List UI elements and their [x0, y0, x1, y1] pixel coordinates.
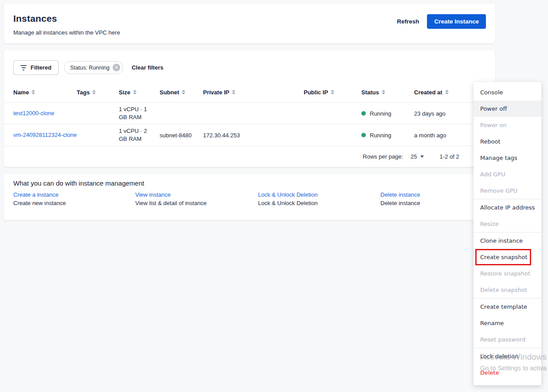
private-ip-cell: 172.30.44.253	[203, 132, 304, 139]
help-link-desc: Lock & Unlock Deletion	[258, 199, 317, 207]
column-header-size[interactable]: Size	[119, 89, 160, 96]
help-link-desc: View list & detail of instance	[135, 199, 207, 207]
help-link[interactable]: Delete instance	[380, 191, 420, 198]
sort-icon	[232, 90, 235, 94]
instance-actions-menu: Console Power off Power on Reboot Manage…	[474, 82, 541, 385]
instances-header-card: Instances Manage all instances within th…	[4, 4, 495, 43]
menu-item-reboot[interactable]: Reboot	[474, 133, 541, 150]
size-cell: 1 vCPU · 1 GB RAM	[119, 105, 160, 121]
instance-link[interactable]: vm-240928112324-clone	[13, 131, 77, 139]
menu-item-allocate-ip[interactable]: Allocate IP address	[474, 199, 541, 216]
menu-item-manage-tags[interactable]: Manage tags	[474, 150, 541, 166]
size-cell: 1 vCPU · 2 GB RAM	[119, 127, 160, 143]
clear-filters-button[interactable]: Clear filters	[132, 64, 164, 71]
help-link[interactable]: Lock & Unlock Deletion	[258, 191, 317, 198]
menu-item-delete[interactable]: Delete	[474, 365, 541, 381]
sort-icon	[182, 90, 185, 94]
rows-per-page-select[interactable]: 25	[411, 153, 423, 160]
page-subtitle: Manage all instances within the VPC here	[13, 29, 120, 36]
create-instance-button[interactable]: Create Instance	[427, 14, 486, 29]
help-link-desc: Create new instance	[13, 199, 66, 207]
menu-item-create-snapshot[interactable]: Create snapshot	[474, 249, 541, 265]
running-status-icon	[361, 133, 366, 137]
menu-item-power-on: Power on	[474, 117, 541, 133]
menu-group-network: Allocate IP address Resize	[474, 199, 541, 232]
sort-icon	[445, 90, 449, 94]
filter-button-label: Filtered	[31, 64, 51, 71]
remove-filter-icon[interactable]: ✕	[113, 64, 120, 71]
help-title: What you can do with instance management	[13, 179, 144, 187]
status-cell: Running	[361, 132, 414, 139]
sort-icon	[331, 90, 334, 94]
chevron-down-icon	[420, 155, 424, 158]
instance-name-cell: test12000-clone	[13, 109, 77, 117]
menu-item-lock-deletion[interactable]: Lock deletion	[474, 348, 541, 365]
menu-item-rename[interactable]: Rename	[474, 315, 541, 331]
menu-item-reset-password: Reset password	[474, 331, 541, 348]
sort-icon	[31, 90, 35, 94]
running-status-icon	[361, 111, 366, 116]
menu-item-power-off[interactable]: Power off	[474, 101, 541, 117]
status-filter-chip-label: Status: Running	[70, 65, 110, 71]
pagination-range: 1-2 of 2	[440, 153, 459, 160]
menu-item-clone-instance[interactable]: Clone instance	[474, 233, 541, 249]
menu-item-create-template[interactable]: Create template	[474, 299, 541, 315]
menu-item-resize: Resize	[474, 216, 541, 232]
help-link-create-instance: Create a instance Create new instance	[13, 190, 66, 207]
help-link-view-instance: View instance View list & detail of inst…	[135, 190, 207, 207]
help-link-lock-unlock: Lock & Unlock Deletion Lock & Unlock Del…	[258, 190, 317, 207]
menu-group-delete: Lock deletion Delete	[474, 348, 541, 381]
header-actions: Refresh Create Instance	[397, 14, 486, 29]
menu-item-remove-gpu: Remove GPU	[474, 182, 541, 199]
instance-name-cell: vm-240928112324-clone	[13, 131, 77, 139]
sort-icon	[133, 90, 137, 94]
column-header-public-ip[interactable]: Public IP	[304, 89, 361, 96]
refresh-button[interactable]: Refresh	[397, 18, 419, 25]
column-header-subnet[interactable]: Subnet	[160, 89, 203, 96]
help-link[interactable]: View instance	[135, 191, 171, 198]
menu-item-console[interactable]: Console	[474, 84, 541, 101]
subnet-cell: subnet-8480	[160, 132, 203, 139]
rows-per-page-label: Rows per page:	[363, 153, 403, 160]
filter-button[interactable]: Filtered	[13, 60, 59, 75]
help-link-delete-instance: Delete instance Delete instance	[380, 190, 420, 207]
instance-link[interactable]: test12000-clone	[13, 109, 77, 117]
sort-icon	[92, 90, 96, 94]
help-link[interactable]: Create a instance	[13, 191, 59, 198]
help-card: What you can do with instance management…	[4, 174, 495, 220]
status-filter-chip[interactable]: Status: Running ✕	[64, 61, 123, 74]
table-header-row: Name Tags Size Subnet Private IP Public …	[4, 82, 495, 103]
menu-item-restore-snapshot: Restore snapshot	[474, 265, 541, 282]
column-header-name[interactable]: Name	[13, 89, 77, 96]
page-title: Instances	[13, 13, 57, 24]
status-cell: Running	[361, 110, 414, 117]
pagination-bar: Rows per page: 25 1-2 of 2 ‹	[4, 146, 495, 167]
column-header-tags[interactable]: Tags	[77, 89, 119, 96]
menu-group-power: Console Power off Power on Reboot Manage…	[474, 84, 541, 199]
menu-item-delete-snapshot: Delete snapshot	[474, 282, 541, 298]
menu-group-snapshot: Clone instance Create snapshot Restore s…	[474, 232, 541, 298]
filter-bar: Filtered Status: Running ✕ Clear filters	[13, 60, 163, 75]
table-row: vm-240928112324-clone 1 vCPU · 2 GB RAM …	[4, 124, 495, 146]
sort-icon	[382, 90, 385, 94]
instances-table-card: Filtered Status: Running ✕ Clear filters…	[4, 50, 495, 167]
menu-item-add-gpu: Add GPU	[474, 166, 541, 182]
table-row: test12000-clone 1 vCPU · 1 GB RAM Runnin…	[4, 103, 495, 124]
column-header-private-ip[interactable]: Private IP	[203, 89, 304, 96]
menu-group-template: Create template Rename Reset password	[474, 298, 541, 348]
help-link-desc: Delete instance	[380, 199, 420, 207]
filter-icon	[20, 65, 27, 70]
column-header-status[interactable]: Status	[361, 89, 414, 96]
